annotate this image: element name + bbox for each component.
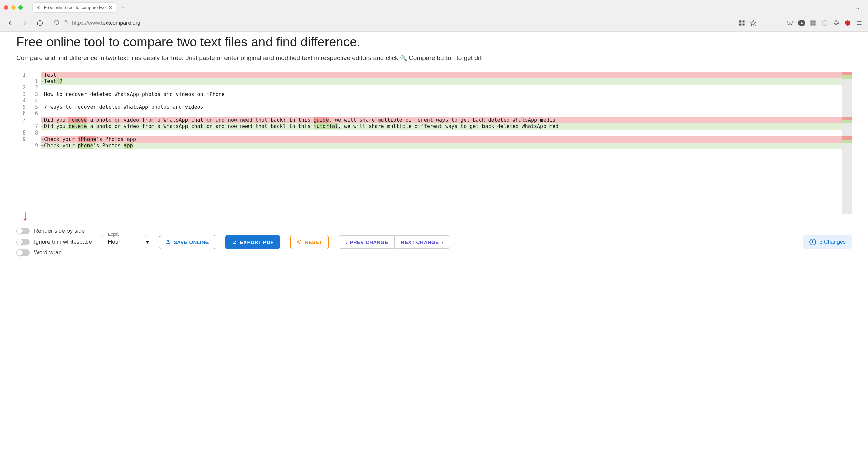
diff-text: [44, 98, 842, 104]
lock-icon[interactable]: [63, 20, 68, 26]
diff-text: Test: [44, 72, 842, 78]
line-number: 5: [16, 104, 28, 110]
expiry-value[interactable]: Hour: [102, 235, 146, 249]
diff-sign: +: [41, 78, 44, 85]
ignore-trim-switch[interactable]: [16, 239, 30, 245]
maximize-window-button[interactable]: [18, 5, 23, 10]
diff-sign: -: [41, 117, 44, 123]
tab-close-icon[interactable]: ✕: [108, 5, 112, 10]
diff-line: +Test 2: [41, 78, 842, 85]
next-change-button[interactable]: NEXT CHANGE ›: [394, 235, 450, 249]
diff-line: [41, 110, 842, 117]
toggle-side-by-side: Render side by side: [16, 228, 92, 234]
word-wrap-switch[interactable]: [16, 249, 30, 256]
svg-rect-4: [743, 24, 745, 26]
tab-favicon: ⊘: [36, 5, 41, 10]
diff-text: Test 2: [44, 78, 842, 85]
diff-code[interactable]: -Test+Test 2How to recover deleted Whats…: [41, 72, 842, 214]
info-icon: i: [809, 239, 816, 245]
line-number: 7: [16, 117, 28, 123]
chevron-right-icon: ›: [441, 239, 443, 245]
svg-rect-8: [814, 21, 815, 22]
reset-button[interactable]: RESET: [290, 235, 329, 249]
diff-line: [41, 130, 842, 136]
line-number: [28, 136, 41, 143]
diff-sign: -: [41, 72, 44, 78]
line-number: 9: [28, 143, 41, 149]
export-pdf-button[interactable]: EXPORT PDF: [225, 235, 280, 249]
menu-icon[interactable]: [856, 20, 863, 26]
diff-text: How to recover deleted WhatsApp photos a…: [44, 91, 842, 98]
svg-rect-7: [812, 21, 813, 22]
page-subtitle: Compare and find difference in two text …: [16, 54, 852, 62]
new-tab-button[interactable]: +: [119, 4, 128, 11]
svg-rect-12: [811, 24, 812, 25]
changes-count-pill: i 3 Changes: [803, 235, 852, 249]
reset-icon: [297, 239, 302, 245]
diff-text: Check your iPhone's Photos app: [44, 136, 842, 143]
tabs-dropdown-icon[interactable]: ⌄: [851, 4, 864, 11]
diff-text: [44, 85, 842, 91]
forward-button[interactable]: [20, 18, 30, 28]
svg-rect-0: [64, 22, 67, 24]
sync-icon[interactable]: [821, 20, 828, 26]
diff-sign: -: [41, 136, 44, 143]
changes-count-label: 3 Changes: [820, 239, 846, 245]
line-number: 6: [16, 110, 28, 117]
diff-line: [41, 85, 842, 91]
diff-text: [44, 110, 842, 117]
side-by-side-label: Render side by side: [34, 228, 85, 234]
diff-sign: [41, 130, 44, 136]
url-text: https://www.textcompare.org: [72, 20, 730, 26]
expiry-select[interactable]: Expiry Hour ▾: [102, 235, 149, 249]
diff-viewer[interactable]: 123456789 123456789 -Test+Test 2How to r…: [16, 72, 852, 214]
diff-text: 7 ways to recover deleted WhatsApp photo…: [44, 104, 842, 110]
diff-text: [44, 130, 842, 136]
account-avatar[interactable]: A: [798, 20, 805, 26]
diff-text: Check your phone's Photos app: [44, 143, 842, 149]
tab-title: Free online tool to compare two: [44, 5, 106, 10]
apps-grid-icon[interactable]: [810, 20, 816, 26]
line-number: [16, 143, 28, 149]
tab-strip: ⊘ Free online tool to compare two ✕ + ⌄: [0, 0, 868, 15]
download-icon: [232, 239, 237, 245]
address-bar[interactable]: https://www.textcompare.org: [50, 19, 733, 27]
bookmark-star-icon[interactable]: [750, 20, 757, 26]
back-button[interactable]: [5, 18, 15, 28]
prev-change-button[interactable]: ‹ PREV CHANGE: [339, 235, 394, 249]
tracking-shield-icon[interactable]: [54, 19, 60, 27]
minimize-window-button[interactable]: [11, 5, 16, 10]
gutter-left: 123456789: [16, 72, 28, 214]
adblock-shield-icon[interactable]: [844, 20, 851, 26]
annotation-arrow-icon: ↓: [22, 207, 29, 224]
reset-label: RESET: [305, 239, 322, 245]
extensions-icon[interactable]: [833, 20, 840, 26]
diff-sign: [41, 91, 44, 98]
svg-rect-14: [814, 24, 815, 25]
diff-line: +Check your phone's Photos app: [41, 143, 842, 149]
chevron-down-icon: ▾: [146, 239, 149, 245]
side-by-side-switch[interactable]: [16, 228, 30, 234]
window-controls: [4, 5, 23, 10]
diff-sign: [41, 104, 44, 110]
line-number: 4: [16, 98, 28, 104]
svg-rect-11: [814, 22, 815, 23]
reload-button[interactable]: [35, 18, 45, 28]
close-window-button[interactable]: [4, 5, 8, 10]
diff-line: -Check your iPhone's Photos app: [41, 136, 842, 143]
line-number: 5: [28, 104, 41, 110]
save-online-button[interactable]: SAVE ONLINE: [159, 235, 215, 249]
svg-marker-5: [751, 20, 756, 26]
chevron-left-icon: ‹: [345, 239, 347, 245]
subtitle-text-a: Compare and find difference in two text …: [16, 54, 400, 61]
svg-rect-3: [739, 24, 742, 26]
diff-sign: [41, 85, 44, 91]
svg-rect-6: [811, 21, 812, 22]
qr-icon[interactable]: [738, 20, 745, 26]
browser-chrome: ⊘ Free online tool to compare two ✕ + ⌄ …: [0, 0, 868, 32]
line-number: 1: [28, 78, 41, 85]
browser-tab[interactable]: ⊘ Free online tool to compare two ✕: [32, 2, 116, 13]
diff-sign: [41, 110, 44, 117]
pocket-icon[interactable]: [787, 20, 793, 26]
minimap[interactable]: [842, 72, 852, 214]
